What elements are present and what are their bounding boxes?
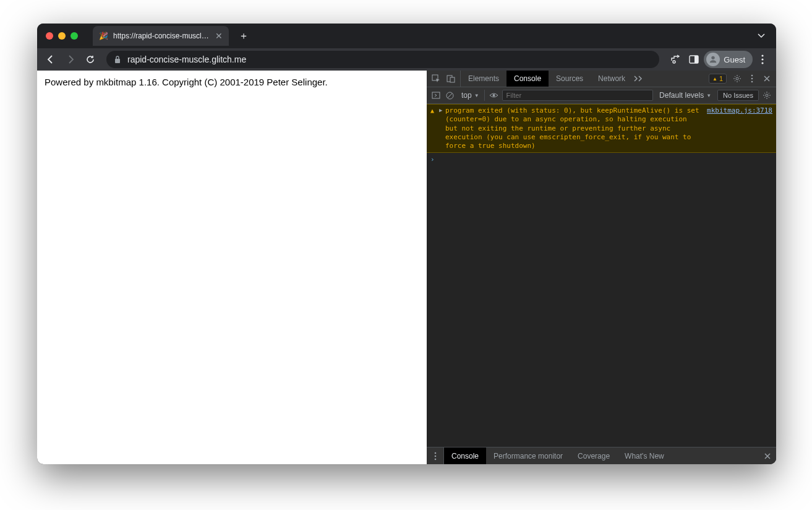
svg-point-14	[751, 81, 753, 83]
page-body-text: Powered by mkbitmap 1.16. Copyright (C) …	[45, 77, 419, 87]
profile-label: Guest	[724, 55, 745, 64]
log-levels-selector[interactable]: Default levels	[656, 91, 715, 100]
drawer-menu-button[interactable]	[427, 447, 444, 464]
svg-point-4	[712, 56, 715, 59]
close-tab-button[interactable]: ✕	[215, 32, 223, 40]
tab-bar: 🎉 https://rapid-concise-muscle.g ✕ ＋	[37, 24, 776, 48]
drawer-tab-coverage[interactable]: Coverage	[570, 447, 617, 464]
media-control-icon[interactable]	[667, 51, 684, 68]
browser-tab[interactable]: 🎉 https://rapid-concise-muscle.g ✕	[93, 26, 229, 46]
svg-point-7	[761, 62, 763, 64]
drawer-tab-whats-new[interactable]: What's New	[617, 447, 672, 464]
lock-icon	[114, 55, 121, 64]
warning-count-badge[interactable]: 1	[709, 74, 727, 84]
svg-point-19	[434, 452, 436, 454]
reload-button[interactable]	[82, 51, 99, 68]
svg-point-20	[434, 455, 436, 457]
warning-icon: ▲	[430, 106, 439, 150]
drawer-tab-performance-monitor[interactable]: Performance monitor	[486, 447, 570, 464]
svg-point-5	[761, 54, 763, 56]
console-body[interactable]: ▲ ▶ program exited (with status: 0), but…	[427, 104, 776, 447]
avatar-icon	[706, 53, 720, 66]
profile-button[interactable]: Guest	[704, 51, 753, 68]
page-viewport[interactable]: Powered by mkbitmap 1.16. Copyright (C) …	[37, 71, 427, 464]
close-devtools-button[interactable]	[760, 72, 774, 85]
console-message-text: program exited (with status: 0), but kee…	[445, 106, 702, 150]
tab-title: https://rapid-concise-muscle.g	[113, 32, 210, 40]
svg-point-21	[434, 458, 436, 460]
toolbar: rapid-concise-muscle.glitch.me Guest	[37, 48, 776, 71]
svg-point-12	[751, 75, 753, 77]
forward-button[interactable]	[62, 51, 79, 68]
svg-rect-3	[694, 56, 698, 63]
side-panel-icon[interactable]	[685, 51, 703, 68]
devtools-inspect-controls	[427, 71, 461, 87]
prompt-arrow-icon: ›	[430, 155, 439, 163]
back-button[interactable]	[42, 51, 59, 68]
svg-point-13	[751, 78, 753, 80]
menu-button[interactable]	[754, 51, 771, 68]
tab-sources[interactable]: Sources	[549, 71, 591, 87]
devtools-right-controls: 1	[706, 71, 776, 87]
console-toolbar: top Default levels No Issues	[427, 87, 776, 104]
drawer-tab-console[interactable]: Console	[444, 447, 486, 464]
maximize-window-button[interactable]	[71, 32, 78, 40]
tab-console[interactable]: Console	[506, 71, 549, 87]
svg-point-18	[766, 94, 768, 97]
kebab-menu-icon[interactable]	[745, 72, 759, 85]
url-text: rapid-concise-muscle.glitch.me	[127, 54, 652, 64]
tab-elements[interactable]: Elements	[461, 71, 506, 87]
console-warning-row[interactable]: ▲ ▶ program exited (with status: 0), but…	[427, 104, 776, 153]
console-settings-icon[interactable]	[761, 90, 772, 101]
new-tab-button[interactable]: ＋	[235, 27, 252, 45]
minimize-window-button[interactable]	[58, 32, 66, 40]
svg-point-11	[736, 77, 738, 80]
expand-arrow-icon[interactable]: ▶	[439, 106, 445, 150]
svg-point-17	[493, 94, 495, 97]
svg-rect-0	[115, 59, 120, 63]
close-window-button[interactable]	[46, 32, 53, 40]
settings-icon[interactable]	[730, 72, 744, 85]
tab-network[interactable]: Network	[591, 71, 633, 87]
svg-point-6	[761, 58, 763, 60]
svg-rect-10	[450, 77, 455, 82]
clear-console-button[interactable]	[444, 90, 455, 101]
toolbar-right: Guest	[667, 51, 771, 68]
svg-point-1	[673, 61, 675, 63]
console-input[interactable]	[439, 155, 772, 163]
live-expression-button[interactable]	[489, 90, 500, 101]
devtools-tabs: Elements Console Sources Network 1	[427, 71, 776, 87]
devtools-drawer: Console Performance monitor Coverage Wha…	[427, 447, 776, 464]
svg-rect-15	[432, 92, 440, 98]
content-area: Powered by mkbitmap 1.16. Copyright (C) …	[37, 71, 776, 464]
more-tabs-button[interactable]	[633, 73, 644, 84]
console-prompt: ›	[427, 153, 776, 166]
tabs-menu-button[interactable]	[751, 30, 771, 42]
inspect-element-button[interactable]	[430, 73, 442, 84]
address-bar[interactable]: rapid-concise-muscle.glitch.me	[106, 51, 659, 68]
console-sidebar-toggle[interactable]	[430, 90, 442, 101]
issues-button[interactable]: No Issues	[717, 90, 759, 101]
tab-favicon: 🎉	[99, 32, 108, 40]
execution-context-selector[interactable]: top	[458, 90, 485, 101]
console-filter-input[interactable]	[502, 90, 654, 101]
window-controls	[42, 32, 83, 40]
device-toolbar-button[interactable]	[445, 73, 456, 84]
drawer-close-button[interactable]	[759, 447, 776, 464]
browser-window: 🎉 https://rapid-concise-muscle.g ✕ ＋ rap…	[37, 24, 776, 464]
devtools-panel: Elements Console Sources Network 1	[427, 71, 776, 464]
console-source-link[interactable]: mkbitmap.js:3718	[702, 106, 772, 150]
